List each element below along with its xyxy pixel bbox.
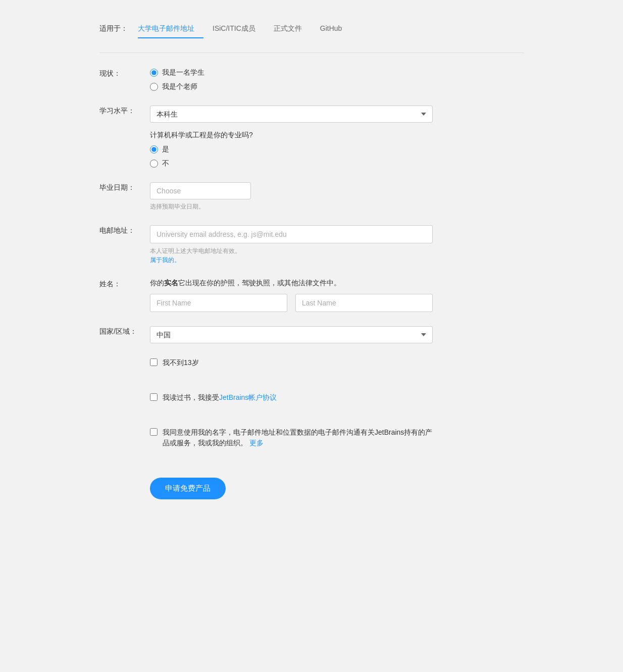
email-hint-link[interactable]: 属于我的。 (150, 256, 180, 264)
email-hint-line1: 本人证明上述大学电邮地址有效。 (150, 247, 241, 254)
age-row: 我不到13岁 (99, 357, 524, 378)
graduation-row: 毕业日期： 选择预期毕业日期。 (99, 182, 524, 211)
last-name-input[interactable] (295, 294, 433, 312)
cs-no-label: 不 (162, 159, 169, 168)
cs-yes-option[interactable]: 是 (150, 145, 433, 154)
name-label: 姓名： (99, 279, 150, 289)
tab-university-email[interactable]: 大学电子邮件地址 (138, 20, 203, 37)
cs-yes-label: 是 (162, 145, 169, 154)
marketing-checkbox[interactable] (150, 428, 158, 436)
name-description: 你的实名它出现在你的护照，驾驶执照，或其他法律文件中。 (150, 279, 433, 288)
cs-no-radio[interactable] (150, 160, 158, 168)
status-content: 我是一名学生 我是个老师 (150, 68, 433, 91)
cs-no-option[interactable]: 不 (150, 159, 433, 168)
submit-spacer (99, 473, 150, 474)
cs-major-radio-group: 是 不 (150, 145, 433, 168)
submit-row: 申请免费产品 (99, 473, 524, 499)
tab-official-doc[interactable]: 正式文件 (265, 20, 311, 37)
email-input[interactable] (150, 225, 433, 243)
country-select[interactable]: 中国 美国 英国 其他 (150, 326, 433, 343)
marketing-more-link[interactable]: 更多 (249, 439, 264, 447)
age-spacer (99, 357, 150, 358)
submit-content: 申请免费产品 (150, 473, 433, 499)
terms-spacer (99, 392, 150, 393)
email-hint: 本人证明上述大学电邮地址有效。 属于我的。 (150, 246, 433, 265)
marketing-spacer (99, 427, 150, 428)
study-level-row: 学习水平： 本科生 研究生 博士生 其他 计算机科学或工程是你的专业吗? 是 (99, 106, 524, 168)
terms-row: 我读过书，我接受JetBrains帐户协议 (99, 392, 524, 413)
graduation-hint: 选择预期毕业日期。 (150, 202, 433, 211)
marketing-content: 我同意使用我的名字，电子邮件地址和位置数据的电子邮件沟通有关JetBrains持… (150, 427, 433, 458)
marketing-label-text: 我同意使用我的名字，电子邮件地址和位置数据的电子邮件沟通有关JetBrains持… (163, 428, 432, 447)
name-fields (150, 294, 433, 312)
terms-content: 我读过书，我接受JetBrains帐户协议 (150, 392, 433, 413)
study-level-select[interactable]: 本科生 研究生 博士生 其他 (150, 106, 433, 123)
tab-isic[interactable]: ISiC/ITIC成员 (203, 20, 265, 37)
status-radio-group: 我是一名学生 我是个老师 (150, 68, 433, 91)
status-label: 现状： (99, 68, 150, 78)
terms-checkbox[interactable] (150, 393, 158, 401)
email-label: 电邮地址： (99, 225, 150, 235)
status-teacher-radio[interactable] (150, 83, 158, 91)
terms-label-pre: 我读过书，我接受 (163, 393, 219, 401)
graduation-input[interactable] (150, 182, 251, 199)
name-desc-bold: 实名 (164, 279, 178, 287)
submit-button[interactable]: 申请免费产品 (150, 478, 226, 499)
status-student-radio[interactable] (150, 69, 158, 77)
terms-checkbox-row: 我读过书，我接受JetBrains帐户协议 (150, 392, 433, 403)
study-level-label: 学习水平： (99, 106, 150, 116)
cs-major-section: 计算机科学或工程是你的专业吗? 是 不 (150, 131, 433, 168)
graduation-label: 毕业日期： (99, 182, 150, 192)
age-checkbox[interactable] (150, 358, 158, 366)
status-student-option[interactable]: 我是一名学生 (150, 68, 433, 77)
tabs-section: 适用于： 大学电子邮件地址 ISiC/ITIC成员 正式文件 GitHub (99, 20, 524, 37)
age-content: 我不到13岁 (150, 357, 433, 378)
marketing-checkbox-label: 我同意使用我的名字，电子邮件地址和位置数据的电子邮件沟通有关JetBrains持… (163, 427, 433, 448)
country-content: 中国 美国 英国 其他 (150, 326, 433, 343)
terms-checkbox-label: 我读过书，我接受JetBrains帐户协议 (163, 392, 277, 403)
age-checkbox-label: 我不到13岁 (163, 357, 199, 368)
status-student-label: 我是一名学生 (162, 68, 204, 77)
status-teacher-label: 我是个老师 (162, 82, 197, 91)
email-content: 本人证明上述大学电邮地址有效。 属于我的。 (150, 225, 433, 265)
status-row: 现状： 我是一名学生 我是个老师 (99, 68, 524, 91)
name-desc-post: 它出现在你的护照，驾驶执照，或其他法律文件中。 (178, 279, 341, 287)
country-label: 国家/区域： (99, 326, 150, 336)
cs-major-question: 计算机科学或工程是你的专业吗? (150, 131, 433, 140)
marketing-checkbox-row: 我同意使用我的名字，电子邮件地址和位置数据的电子邮件沟通有关JetBrains持… (150, 427, 433, 448)
cs-yes-radio[interactable] (150, 145, 158, 153)
email-row: 电邮地址： 本人证明上述大学电邮地址有效。 属于我的。 (99, 225, 524, 265)
first-name-input[interactable] (150, 294, 287, 312)
tab-github[interactable]: GitHub (311, 20, 351, 37)
tabs-list: 大学电子邮件地址 ISiC/ITIC成员 正式文件 GitHub (138, 20, 351, 37)
age-checkbox-row: 我不到13岁 (150, 357, 433, 368)
country-row: 国家/区域： 中国 美国 英国 其他 (99, 326, 524, 343)
name-desc-pre: 你的 (150, 279, 164, 287)
marketing-row: 我同意使用我的名字，电子邮件地址和位置数据的电子邮件沟通有关JetBrains持… (99, 427, 524, 458)
terms-link[interactable]: JetBrains帐户协议 (219, 393, 277, 401)
applicable-label: 适用于： (99, 24, 128, 33)
graduation-content: 选择预期毕业日期。 (150, 182, 433, 211)
status-teacher-option[interactable]: 我是个老师 (150, 82, 433, 91)
name-content: 你的实名它出现在你的护照，驾驶执照，或其他法律文件中。 (150, 279, 433, 312)
name-row: 姓名： 你的实名它出现在你的护照，驾驶执照，或其他法律文件中。 (99, 279, 524, 312)
study-level-content: 本科生 研究生 博士生 其他 计算机科学或工程是你的专业吗? 是 不 (150, 106, 433, 168)
